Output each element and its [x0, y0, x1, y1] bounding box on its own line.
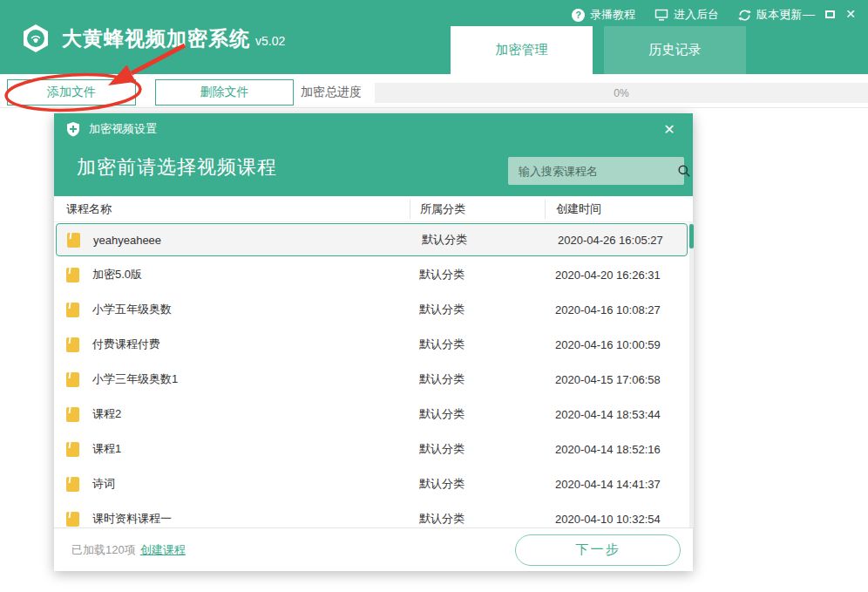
folder-icon — [66, 442, 79, 457]
course-name-text: 诗词 — [92, 476, 115, 492]
folder-icon — [66, 512, 79, 527]
loaded-count-text: 已加载120项 — [71, 542, 136, 558]
cell-category: 默认分类 — [410, 267, 545, 282]
search-icon — [677, 164, 691, 178]
cell-category: 默认分类 — [412, 232, 547, 248]
table-row[interactable]: 课时资料课程一 默认分类 2020-04-10 10:32:54 — [54, 501, 693, 527]
cell-course-name: yeahyeaheee — [57, 233, 412, 248]
toolbar: 添加文件 删除文件 加密总进度 0% — [0, 74, 868, 108]
folder-icon — [66, 268, 79, 282]
search-input[interactable] — [508, 165, 677, 178]
dialog-footer: 已加载120项 创建课程 下一步 — [54, 527, 693, 571]
search-box — [508, 157, 684, 185]
dialog-close-button[interactable]: ✕ — [660, 119, 679, 139]
table-row[interactable]: 小学五年级奥数 默认分类 2020-04-16 10:08:27 — [54, 292, 693, 327]
dialog-header: 加密视频设置 ✕ 加密前请选择视频课程 — [54, 113, 693, 196]
cell-created-time: 2020-04-26 16:05:27 — [547, 234, 687, 247]
dialog-title: 加密视频设置 — [89, 121, 157, 137]
course-name-text: 课程2 — [92, 406, 121, 422]
cell-course-name: 课时资料课程一 — [54, 511, 410, 527]
next-step-button[interactable]: 下一步 — [515, 534, 681, 566]
course-name-text: 小学三年级奥数1 — [92, 371, 178, 387]
course-name-text: 加密5.0版 — [92, 267, 142, 282]
cell-course-name: 小学五年级奥数 — [54, 302, 410, 317]
cell-created-time: 2020-04-14 14:41:37 — [545, 478, 693, 491]
window-controls: — ✕ — [789, 5, 861, 23]
cell-category: 默认分类 — [410, 511, 545, 527]
close-button[interactable]: ✕ — [840, 5, 861, 23]
cell-course-name: 加密5.0版 — [54, 267, 410, 282]
top-menu: ? 录播教程 进入后台 版本更新 — [572, 7, 802, 23]
folder-icon — [66, 372, 79, 387]
table-row[interactable]: 付费课程付费 默认分类 2020-04-16 10:00:59 — [54, 327, 693, 362]
app-header: 大黄蜂视频加密系统v5.02 ? 录播教程 进入后台 — [0, 0, 868, 74]
cell-category: 默认分类 — [410, 337, 545, 352]
app-window: 大黄蜂视频加密系统v5.02 ? 录播教程 进入后台 — [0, 0, 868, 592]
tab-encrypt-management[interactable]: 加密管理 — [451, 26, 593, 74]
table-row[interactable]: 课程2 默认分类 2020-04-14 18:53:44 — [54, 397, 693, 432]
menu-label-tutorial: 录播教程 — [590, 7, 635, 23]
course-name-text: 付费课程付费 — [92, 337, 160, 352]
cell-created-time: 2020-04-16 10:08:27 — [545, 303, 693, 316]
course-name-text: yeahyeaheee — [93, 234, 161, 247]
delete-file-button[interactable]: 删除文件 — [155, 79, 294, 105]
menu-label-backend: 进入后台 — [674, 7, 719, 23]
table-row[interactable]: yeahyeaheee 默认分类 2020-04-26 16:05:27 — [56, 223, 688, 256]
cell-course-name: 小学三年级奥数1 — [54, 371, 410, 387]
cell-created-time: 2020-04-14 18:52:16 — [545, 443, 693, 456]
cell-category: 默认分类 — [410, 476, 545, 492]
folder-icon — [66, 337, 79, 352]
folder-icon — [66, 477, 79, 492]
cell-course-name: 诗词 — [54, 476, 410, 492]
cell-created-time: 2020-04-10 10:32:54 — [545, 513, 693, 526]
course-name-text: 课时资料课程一 — [92, 511, 172, 527]
menu-item-backend[interactable]: 进入后台 — [654, 7, 719, 23]
scrollbar-thumb[interactable] — [689, 224, 694, 248]
tab-history[interactable]: 历史记录 — [604, 26, 746, 74]
cell-category: 默认分类 — [410, 441, 545, 457]
cell-created-time: 2020-04-20 16:26:31 — [545, 269, 693, 282]
cell-category: 默认分类 — [410, 406, 545, 422]
cell-category: 默认分类 — [410, 302, 545, 317]
table-row[interactable]: 课程1 默认分类 2020-04-14 18:52:16 — [54, 432, 693, 466]
cell-category: 默认分类 — [410, 371, 545, 387]
cell-course-name: 课程1 — [54, 441, 410, 457]
maximize-icon — [825, 10, 835, 18]
table-header: 课程名称 所属分类 创建时间 — [54, 196, 693, 222]
app-title: 大黄蜂视频加密系统 — [62, 27, 250, 50]
cell-created-time: 2020-04-15 17:06:58 — [545, 373, 693, 386]
encrypt-progress-bar: 0% — [375, 83, 868, 103]
course-name-text: 课程1 — [92, 441, 121, 457]
cell-created-time: 2020-04-16 10:00:59 — [545, 338, 693, 351]
monitor-icon — [654, 9, 668, 21]
brand: 大黄蜂视频加密系统v5.02 — [21, 24, 285, 53]
dialog-heading: 加密前请选择视频课程 — [77, 154, 277, 180]
folder-icon — [66, 303, 79, 317]
cell-course-name: 课程2 — [54, 406, 410, 422]
maximize-button[interactable] — [819, 5, 840, 23]
controls-divider — [789, 9, 790, 19]
scrollbar-track[interactable] — [689, 222, 694, 527]
course-table-body: yeahyeaheee 默认分类 2020-04-26 16:05:27 加密5… — [54, 222, 693, 527]
shield-plus-icon — [66, 121, 80, 137]
table-row[interactable]: 小学三年级奥数1 默认分类 2020-04-15 17:06:58 — [54, 362, 693, 397]
add-file-button[interactable]: 添加文件 — [7, 79, 136, 105]
app-logo-icon — [21, 24, 51, 53]
column-header-created-time: 创建时间 — [545, 200, 693, 219]
refresh-icon — [738, 9, 751, 22]
app-version: v5.02 — [255, 34, 285, 48]
folder-icon — [66, 407, 79, 422]
column-header-category: 所属分类 — [410, 200, 545, 219]
search-button[interactable] — [677, 157, 691, 185]
progress-label: 加密总进度 — [301, 85, 362, 100]
dialog-titlebar: 加密视频设置 ✕ — [54, 113, 693, 144]
create-course-link[interactable]: 创建课程 — [140, 542, 186, 558]
minimize-button[interactable]: — — [798, 5, 819, 23]
cell-course-name: 付费课程付费 — [54, 337, 410, 352]
encrypt-settings-dialog: 加密视频设置 ✕ 加密前请选择视频课程 课程名称 所属分类 创建时间 — [54, 113, 693, 571]
menu-item-tutorial[interactable]: ? 录播教程 — [572, 7, 635, 23]
cell-created-time: 2020-04-14 18:53:44 — [545, 408, 693, 421]
table-row[interactable]: 诗词 默认分类 2020-04-14 14:41:37 — [54, 466, 693, 501]
table-row[interactable]: 加密5.0版 默认分类 2020-04-20 16:26:31 — [54, 257, 693, 292]
column-header-course-name: 课程名称 — [54, 201, 410, 217]
